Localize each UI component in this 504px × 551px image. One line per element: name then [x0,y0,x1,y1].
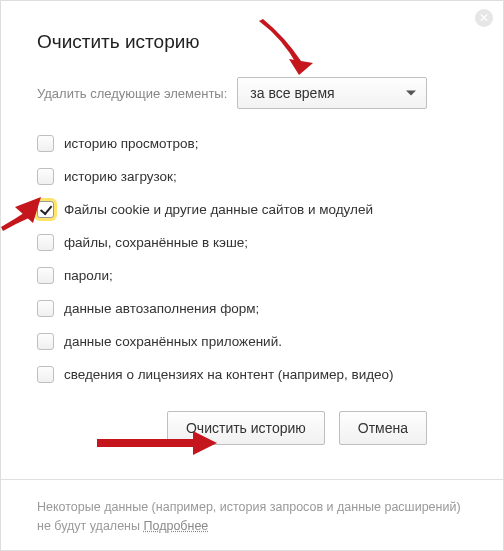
option-label: данные автозаполнения форм; [64,301,259,316]
close-icon[interactable]: ✕ [475,9,493,27]
option-row[interactable]: данные автозаполнения форм; [37,300,467,317]
option-row[interactable]: историю загрузок; [37,168,467,185]
option-label: пароли; [64,268,113,283]
clear-button[interactable]: Очистить историю [167,411,325,445]
footer-text: Некоторые данные (например, история запр… [37,500,461,533]
options-list: историю просмотров;историю загрузок;Файл… [37,135,467,383]
dialog-buttons: Очистить историю Отмена [37,411,467,445]
time-range-select[interactable]: за все время [237,77,427,109]
option-label: сведения о лицензиях на контент (наприме… [64,367,394,382]
option-row[interactable]: пароли; [37,267,467,284]
chevron-down-icon [406,91,416,96]
option-row[interactable]: данные сохранённых приложений. [37,333,467,350]
time-range-value: за все время [250,85,334,101]
option-row[interactable]: сведения о лицензиях на контент (наприме… [37,366,467,383]
footer-note: Некоторые данные (например, история запр… [1,479,503,551]
clear-history-dialog: ✕ Очистить историю Удалить следующие эле… [1,1,503,479]
option-label: Файлы cookie и другие данные сайтов и мо… [64,202,373,217]
option-row[interactable]: файлы, сохранённые в кэше; [37,234,467,251]
checkbox[interactable] [37,168,54,185]
option-label: данные сохранённых приложений. [64,334,282,349]
checkbox[interactable] [37,201,54,218]
checkbox[interactable] [37,234,54,251]
option-row[interactable]: историю просмотров; [37,135,467,152]
option-label: историю загрузок; [64,169,177,184]
dialog-title: Очистить историю [37,31,467,53]
checkbox[interactable] [37,267,54,284]
cancel-button[interactable]: Отмена [339,411,427,445]
checkbox[interactable] [37,333,54,350]
option-label: файлы, сохранённые в кэше; [64,235,248,250]
time-range-label: Удалить следующие элементы: [37,86,227,101]
checkbox[interactable] [37,300,54,317]
time-range-row: Удалить следующие элементы: за все время [37,77,467,109]
option-row[interactable]: Файлы cookie и другие данные сайтов и мо… [37,201,467,218]
option-label: историю просмотров; [64,136,198,151]
checkbox[interactable] [37,366,54,383]
footer-link[interactable]: Подробнее [143,519,208,533]
checkbox[interactable] [37,135,54,152]
